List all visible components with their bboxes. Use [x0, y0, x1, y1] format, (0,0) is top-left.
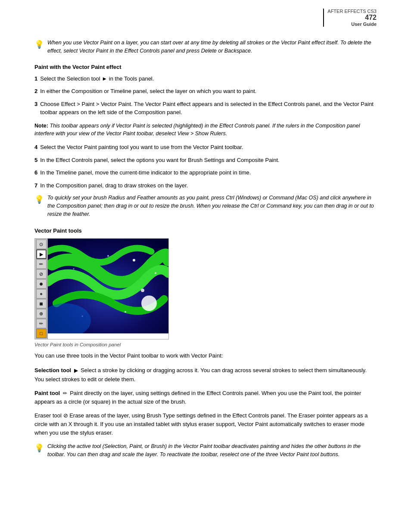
main-content: 💡 When you use Vector Paint on a layer, …: [34, 39, 377, 459]
image-caption: Vector Paint tools in Composition panel: [34, 342, 121, 347]
paint-tool-name: Paint tool: [34, 390, 60, 396]
product-name: AFTER EFFECTS CS3: [327, 9, 377, 14]
svg-point-2: [141, 289, 144, 292]
eraser-tool-text: Erase areas of the layer, using Brush Ty…: [34, 412, 367, 436]
page-number: 472: [365, 14, 377, 22]
tip-text-3: Clicking the active tool (Selection, Pai…: [47, 442, 377, 459]
selection-tool-icon: ▶: [74, 367, 79, 373]
step-2: 2 In either the Composition or Timeline …: [34, 87, 377, 96]
section-title-paint: Paint with the Vector Paint effect: [34, 64, 377, 70]
composition-panel: [48, 239, 168, 333]
svg-point-8: [141, 296, 157, 311]
svg-point-3: [155, 272, 156, 274]
toolbar-image: ⊙ ▶ ✏ ⊘ ● ● ■ ⊕ ✏ □: [34, 238, 169, 339]
toolbar-btn-zoom[interactable]: ⊕: [36, 309, 47, 318]
page-header: AFTER EFFECTS CS3 472 User Guide: [323, 9, 377, 27]
step-1: 1 Select the Selection tool ► in the Too…: [34, 75, 377, 83]
guide-label: User Guide: [327, 22, 377, 27]
svg-point-1: [133, 259, 135, 261]
eraser-tool-icon: ⊘: [63, 412, 70, 419]
tip-text-1: When you use Vector Paint on a layer, yo…: [47, 39, 377, 55]
step-text-7: In the Composition panel, drag to draw s…: [40, 181, 188, 190]
intro-paragraph: You can use three tools in the Vector Pa…: [34, 352, 377, 360]
step-num-5: 5: [34, 156, 37, 165]
paint-tool-text: Paint directly on the layer, using setti…: [34, 390, 361, 405]
step-5: 5 In the Effect Controls panel, select t…: [34, 156, 377, 165]
svg-point-4: [107, 255, 109, 257]
selection-tool-text: Select a stroke by clicking or dragging …: [34, 367, 367, 382]
toolbar-btn-eraser[interactable]: ⊘: [36, 269, 47, 279]
tip-icon-1: 💡: [34, 40, 44, 49]
image-area: ⊙ ▶ ✏ ⊘ ● ● ■ ⊕ ✏ □: [34, 238, 377, 347]
tip-block-1: 💡 When you use Vector Paint on a layer, …: [34, 39, 377, 55]
tip-block-3: 💡 Clicking the active tool (Selection, P…: [34, 442, 377, 459]
toolbar-panel: ⊙ ▶ ✏ ⊘ ● ● ■ ⊕ ✏ □: [35, 239, 48, 339]
step-text-4: Select the Vector Paint painting tool yo…: [40, 143, 243, 152]
toolbar-btn-brush2[interactable]: ●: [36, 289, 47, 299]
step-num-6: 6: [34, 168, 37, 177]
step-7: 7 In the Composition panel, drag to draw…: [34, 181, 377, 190]
note-text: This toolbar appears only if Vector Pain…: [34, 123, 360, 137]
composition-svg: [48, 239, 168, 333]
toolbar-btn-paint[interactable]: ✏: [36, 259, 47, 269]
step-text-2: In either the Composition or Timeline pa…: [40, 87, 256, 96]
toolbar-btn-square[interactable]: ■: [36, 299, 47, 308]
subsection-title-vpt: Vector Paint tools: [34, 227, 377, 234]
step-num-7: 7: [34, 181, 37, 190]
tip-icon-2: 💡: [34, 195, 44, 204]
step-num-3: 3: [34, 100, 37, 117]
eraser-tool-name: Eraser tool: [34, 412, 62, 419]
paint-tool-icon: ✏: [63, 390, 68, 396]
step-text-6: In the Timeline panel, move the current-…: [40, 168, 251, 177]
toolbar-btn-target[interactable]: ⊙: [36, 240, 47, 249]
tip-text-2: To quickly set your brush Radius and Fea…: [47, 194, 377, 218]
eraser-tool-desc: Eraser tool ⊘ Erase areas of the layer, …: [34, 411, 377, 437]
paint-tool-desc: Paint tool ✏ Paint directly on the layer…: [34, 389, 377, 406]
note-block: Note: This toolbar appears only if Vecto…: [34, 122, 377, 138]
step-num-4: 4: [34, 143, 37, 152]
toolbar-btn-pen[interactable]: ✏: [36, 319, 47, 328]
note-label: Note:: [34, 123, 48, 129]
svg-point-5: [125, 311, 126, 313]
toolbar-btn-selection[interactable]: ▶: [36, 249, 47, 259]
svg-point-7: [73, 268, 75, 270]
tip-block-2: 💡 To quickly set your brush Radius and F…: [34, 194, 377, 218]
toolbar-btn-color[interactable]: □: [36, 329, 47, 338]
step-text-3: Choose Effect > Paint > Vector Paint. Th…: [40, 100, 377, 117]
step-4: 4 Select the Vector Paint painting tool …: [34, 143, 377, 152]
step-text-5: In the Effect Controls panel, select the…: [40, 156, 279, 165]
toolbar-btn-brush1[interactable]: ●: [36, 279, 47, 289]
tip-icon-3: 💡: [34, 443, 44, 453]
step-num-2: 2: [34, 87, 37, 96]
step-text-1: Select the Selection tool ► in the Tools…: [40, 75, 154, 83]
selection-tool-name: Selection tool: [34, 367, 71, 373]
step-6: 6 In the Timeline panel, move the curren…: [34, 168, 377, 177]
step-3: 3 Choose Effect > Paint > Vector Paint. …: [34, 100, 377, 117]
page: AFTER EFFECTS CS3 472 User Guide 💡 When …: [0, 0, 411, 532]
step-num-1: 1: [34, 75, 37, 83]
selection-tool-desc: Selection tool ▶ Select a stroke by clic…: [34, 366, 377, 383]
